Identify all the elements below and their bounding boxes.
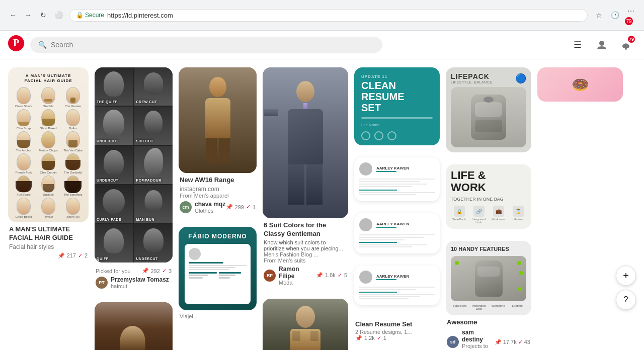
facial-hair-image[interactable]: Save A MAN'S ULTIMATEFACIAL HAIR GUIDE C… [8, 67, 89, 222]
history-button[interactable]: 🕐 [608, 8, 622, 22]
haircut-cell-curly: CURLY FADE [95, 185, 133, 223]
main-scroll-area[interactable]: Save A MAN'S ULTIMATEFACIAL HAIR GUIDE C… [0, 59, 644, 350]
resume-teal-pin: Save UPDATE 11 CLEANRESUMESET File Name.… [354, 67, 440, 145]
lifepack-top-image[interactable]: Save LIFEPACK LIFESTYLE. BALANCE. 🔵 [446, 67, 531, 152]
donuts-image[interactable]: Save 🍩 [537, 67, 623, 102]
r1-line5 [359, 192, 435, 193]
cv-pin-info: Viajei... [179, 310, 257, 320]
back-button[interactable]: ← [6, 8, 20, 22]
face-label: The Anchor [16, 149, 32, 152]
haircut-cell-crew: CREW CUT [134, 67, 173, 106]
face-grid: Clean Shave Stubble The Goatee Chin [12, 87, 85, 218]
resume-2-name-block: AARLEY KAIVEN [376, 222, 409, 228]
r2-line2 [359, 237, 424, 238]
face-label: Clean Shave [15, 105, 32, 108]
feature-item: 🔒 SolarBank [451, 206, 467, 224]
r1-line6 [359, 194, 416, 195]
haircuts-image[interactable]: Save THE QUIFF CREW CUT UNDERCUT [95, 67, 173, 262]
suit-image[interactable]: Save [263, 67, 348, 218]
profile-button[interactable] [592, 35, 612, 55]
suit-author-avatar: RF [264, 270, 276, 282]
resume-3-name: AARLEY KAIVEN [376, 274, 409, 279]
tattoo-pattern-2 [310, 331, 318, 341]
awesome-category: Projects to Try [462, 343, 495, 350]
picked-for-you: Picked for you [96, 268, 131, 274]
face-item: The Van Dyke [61, 131, 85, 152]
features-image[interactable]: Save 10 HANDY FEATURES [446, 241, 531, 315]
r1-line [359, 179, 435, 180]
pin-icon: 📌 [316, 272, 323, 279]
face-shape [17, 198, 31, 215]
check: ✓ [377, 335, 381, 341]
head [209, 77, 226, 97]
leg [306, 164, 323, 205]
face-label: French Fork [16, 171, 32, 174]
awesome-author: sam destiny [462, 329, 495, 343]
backpack-area [451, 87, 526, 147]
column-1: Save A MAN'S ULTIMATEFACIAL HAIR GUIDE C… [8, 67, 89, 350]
menu-button[interactable]: ☰ [568, 35, 588, 55]
fashion-stats: 📌 299 ✓ 1 [226, 204, 256, 210]
legs [206, 138, 230, 163]
circle-3 [387, 131, 396, 140]
extension-button[interactable]: ⋯ [624, 4, 638, 18]
resume-2-photo [359, 218, 372, 231]
fashion-category: Men's apparel [194, 193, 229, 199]
face-item: The Bandholz [61, 176, 85, 196]
face-shape [41, 198, 55, 215]
head-shape [120, 326, 145, 350]
bookmark-button[interactable]: ☆ [592, 8, 606, 22]
cv-name: FÁBIO MODERNO [185, 233, 251, 240]
haircut-label: THE QUIFF [97, 100, 117, 104]
feature-item: 🔗 Integrated Lock [470, 206, 487, 224]
tattooed-image[interactable]: Save [263, 299, 348, 350]
address-bar[interactable]: 🔒 Secure https://id.pinterest.com [69, 9, 588, 22]
hair-shape [143, 228, 164, 252]
face-label: Short Full [66, 215, 79, 218]
refresh-button[interactable]: ↻ [36, 8, 50, 22]
fashion-author: chava mqz [195, 201, 225, 208]
face-label: Chin Strap [17, 127, 31, 130]
annotation-dot-3 [518, 287, 522, 291]
life-work-image[interactable]: Save LIFE &WORK TOGETHER IN ONE BAG 🔒 So… [446, 164, 531, 229]
resume-set-info: Clean Resume Set 2 Resume designs, 1... … [354, 317, 440, 342]
facial-guide-title: A MAN'S ULTIMATEFACIAL HAIR GUIDE [12, 73, 85, 84]
r1-line4 [359, 186, 412, 187]
help-fab-button[interactable]: ? [616, 290, 636, 310]
lifepack-top-pin: Save LIFEPACK LIFESTYLE. BALANCE. 🔵 [446, 67, 531, 152]
pinterest-logo[interactable]: P [8, 35, 24, 55]
notification-button[interactable]: 79 [616, 35, 636, 55]
beard-man-image[interactable]: Save [95, 302, 173, 350]
facial-hair-stats: 📌 217 ✓ 2 [58, 252, 88, 259]
cv-image[interactable]: Save FÁBIO MODERNO [179, 227, 257, 310]
body [205, 98, 230, 138]
facial-hair-subtitle: Facial hair styles [9, 243, 88, 250]
forward-button[interactable]: → [21, 8, 35, 22]
add-fab-button[interactable]: + [616, 266, 636, 286]
face-item: Full Beard [12, 176, 35, 196]
search-input[interactable] [51, 41, 374, 49]
resume-teal-image[interactable]: Save UPDATE 11 CLEANRESUMESET File Name.… [354, 67, 440, 145]
white-resume-1-image[interactable]: Save AARLEY KAIVEN [354, 157, 440, 201]
fashion-author-info: chava mqz Clothes [195, 201, 225, 214]
white-resume-2-image[interactable]: Save AARLEY KAIVEN [354, 213, 440, 253]
face-item: French Fork [12, 153, 35, 174]
face-label: Mutton Chops [39, 149, 57, 152]
resume-2-name: AARLEY KAIVEN [376, 222, 409, 226]
stats-val: 17.7k [503, 339, 517, 345]
resume-3-header: AARLEY KAIVEN [359, 271, 435, 284]
search-bar[interactable]: 🔍 [30, 37, 382, 53]
white-resume-3-image[interactable]: Save AARLEY KAIVEN [354, 266, 440, 305]
home-button[interactable]: ⚪ [51, 8, 65, 22]
face-label: Short Boxed [40, 127, 56, 130]
resume-set-desc: 2 Resume designs, 1... [355, 329, 439, 335]
fashion-image[interactable]: Save [179, 67, 257, 173]
tattooed-pin: Save [263, 299, 348, 350]
skill-bar-4 [219, 272, 241, 274]
facial-hair-pin-info: A MAN'S ULTIMATE FACIAL HAIR GUIDE Facia… [8, 222, 89, 260]
browser-actions: ☆ 🕐 ⋯ 79 [592, 4, 638, 26]
browser-nav-buttons: ← → ↻ ⚪ [6, 8, 65, 22]
face-label: Circle Beard [15, 215, 32, 218]
search-icon: 🔍 [38, 41, 47, 49]
circle-1 [361, 131, 370, 140]
